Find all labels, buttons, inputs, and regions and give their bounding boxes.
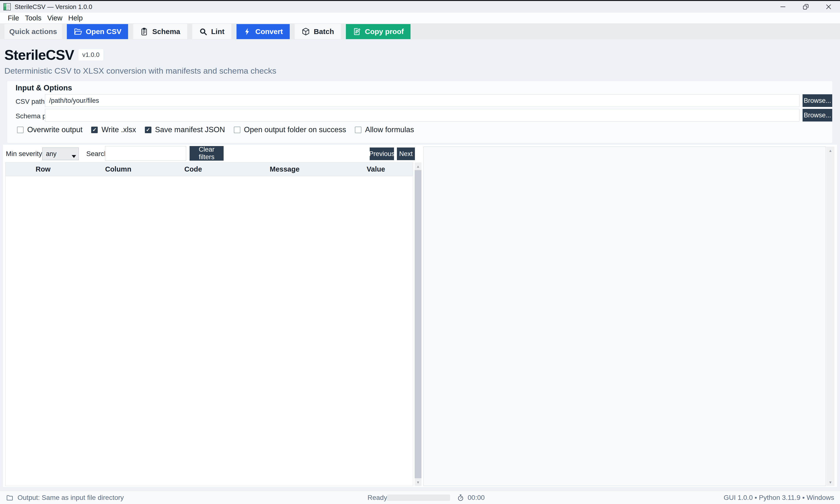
output-path-text: Output: Same as input file directory [18, 494, 124, 502]
checkbox-open-output-folder[interactable]: Open output folder on success [234, 125, 346, 134]
menu-tools[interactable]: Tools [22, 14, 44, 22]
previous-button[interactable]: Previous [370, 147, 394, 160]
min-severity-value: any [46, 150, 57, 158]
clear-filters-button[interactable]: Clear filters [190, 146, 224, 161]
csv-path-input[interactable] [45, 94, 800, 107]
window-controls [771, 1, 840, 13]
checkbox-label: Overwrite output [27, 125, 83, 134]
minimize-icon [780, 4, 786, 10]
checkbox-overwrite-output[interactable]: Overwrite output [17, 125, 83, 134]
checkbox-allow-formulas[interactable]: Allow formulas [355, 125, 414, 134]
statusbar-output: Output: Same as input file directory [6, 491, 124, 504]
convert-button[interactable]: Convert [236, 24, 290, 39]
statusbar: Output: Same as input file directory Rea… [0, 491, 840, 504]
status-text: Ready [368, 491, 387, 504]
batch-button[interactable]: Batch [295, 24, 341, 39]
csv-browse-button[interactable]: Browse... [803, 94, 832, 107]
search-label: Search [86, 150, 108, 158]
checkbox-label: Open output folder on success [244, 125, 346, 134]
scroll-down-icon[interactable]: ▼ [826, 478, 835, 486]
scrollbar-thumb[interactable] [415, 170, 422, 478]
batch-label: Batch [314, 28, 334, 36]
checkbox-save-manifest-json[interactable]: Save manifest JSON [145, 125, 225, 134]
checkbox-label: Write .xlsx [101, 125, 136, 134]
environment-text: GUI 1.0.0 • Python 3.11.9 • Windows [723, 491, 834, 504]
quick-actions-toolbar: Quick actions Open CSV Schema Lint Conve… [0, 23, 840, 40]
table-scrollbar[interactable]: ▲ ▼ [415, 162, 422, 486]
restore-button[interactable] [794, 1, 817, 13]
main-content: Min severity any Search Clear filters Pr… [3, 145, 837, 487]
menu-help[interactable]: Help [65, 14, 86, 22]
titlebar[interactable]: SterileCSV — Version 1.0.0 [0, 1, 840, 13]
chevron-down-icon [72, 155, 76, 158]
package-icon [302, 28, 310, 36]
options-checkboxes: Overwrite output Write .xlsx Save manife… [17, 125, 414, 134]
next-button[interactable]: Next [397, 147, 415, 160]
page-title: SterileCSV [4, 47, 74, 63]
column-header-column[interactable]: Column [81, 165, 156, 173]
column-header-value[interactable]: Value [339, 165, 413, 173]
folder-icon [6, 494, 14, 501]
copy-proof-button[interactable]: Copy proof [346, 24, 411, 39]
input-options-group: Input & Options CSV path Browse... Schem… [7, 81, 832, 143]
scroll-up-icon[interactable]: ▲ [826, 146, 835, 154]
clipboard-icon [140, 28, 148, 36]
schema-path-input[interactable] [45, 109, 800, 122]
column-header-code[interactable]: Code [156, 165, 230, 173]
magnifier-icon [199, 28, 207, 36]
lightning-icon [243, 28, 252, 36]
csv-path-label: CSV path [16, 98, 45, 106]
app-icon [3, 3, 11, 11]
scrollbar-track[interactable] [826, 154, 835, 478]
search-input[interactable] [105, 146, 186, 161]
schema-label: Schema [152, 28, 180, 36]
checkbox-icon[interactable] [234, 127, 240, 133]
version-badge: v1.0.0 [78, 49, 104, 60]
quick-actions-label: Quick actions [4, 24, 62, 39]
output-panel-scrollbar[interactable]: ▲ ▼ [826, 146, 835, 486]
lint-label: Lint [211, 28, 225, 36]
timer-text: 00:00 [468, 494, 485, 502]
scroll-up-icon[interactable]: ▲ [415, 162, 422, 170]
close-button[interactable] [817, 1, 840, 13]
restore-icon [803, 4, 809, 10]
copy-proof-label: Copy proof [365, 28, 404, 36]
schema-button[interactable]: Schema [133, 24, 187, 39]
scroll-down-icon[interactable]: ▼ [415, 478, 422, 486]
column-header-message[interactable]: Message [230, 165, 339, 173]
schema-browse-button[interactable]: Browse... [803, 109, 832, 122]
results-table-header: Row Column Code Message Value [5, 163, 413, 176]
results-table: Row Column Code Message Value [5, 162, 413, 486]
lint-button[interactable]: Lint [192, 24, 231, 39]
output-panel [424, 146, 826, 486]
convert-label: Convert [255, 28, 283, 36]
document-pencil-icon [353, 28, 361, 36]
menubar: File Tools View Help [0, 13, 840, 23]
window-title: SterileCSV — Version 1.0.0 [15, 3, 92, 11]
checkbox-label: Allow formulas [365, 125, 414, 134]
checkbox-icon[interactable] [145, 127, 151, 133]
checkbox-icon[interactable] [355, 127, 361, 133]
stopwatch-icon [457, 494, 464, 501]
input-options-title: Input & Options [16, 84, 72, 92]
progress-bar [387, 494, 450, 501]
statusbar-timer: 00:00 [457, 491, 485, 504]
min-severity-label: Min severity [6, 150, 42, 158]
checkbox-icon[interactable] [17, 127, 23, 133]
min-severity-select[interactable]: any [42, 147, 79, 160]
open-csv-label: Open CSV [86, 28, 122, 36]
app-window: SterileCSV — Version 1.0.0 File Tools Vi… [0, 0, 840, 504]
close-icon [825, 4, 832, 10]
minimize-button[interactable] [771, 1, 794, 13]
hero: SterileCSV v1.0.0 [4, 47, 103, 63]
open-csv-button[interactable]: Open CSV [67, 24, 128, 39]
checkbox-write-xlsx[interactable]: Write .xlsx [91, 125, 136, 134]
menu-view[interactable]: View [44, 14, 65, 22]
checkbox-label: Save manifest JSON [155, 125, 225, 134]
page-subtitle: Deterministic CSV to XLSX conversion wit… [4, 66, 276, 76]
checkbox-icon[interactable] [91, 127, 98, 133]
open-folder-icon [74, 28, 82, 36]
column-header-row[interactable]: Row [5, 165, 81, 173]
menu-file[interactable]: File [5, 14, 22, 22]
